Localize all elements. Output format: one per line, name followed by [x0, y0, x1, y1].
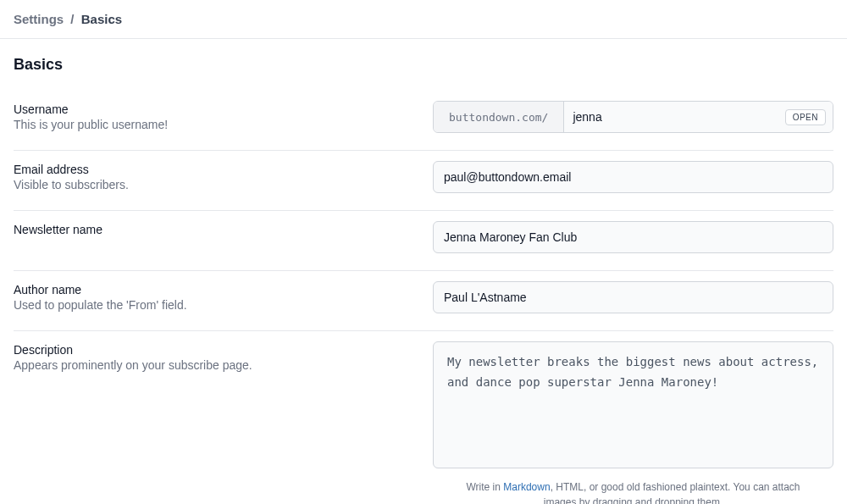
newsletter-name-label: Newsletter name: [14, 223, 433, 236]
username-input-group: buttondown.com/ OPEN: [433, 101, 833, 133]
field-email: Email address Visible to subscribers.: [14, 151, 833, 211]
field-author-input-col: [433, 281, 833, 313]
description-textarea[interactable]: My newsletter breaks the biggest news ab…: [433, 341, 833, 468]
field-username: Username This is your public username! b…: [14, 91, 833, 151]
field-email-input-col: [433, 161, 833, 193]
field-description: Description Appears prominently on your …: [14, 331, 833, 504]
description-help: Appears prominently on your subscribe pa…: [14, 358, 433, 372]
username-suffix: OPEN: [778, 102, 833, 132]
email-label: Email address: [14, 163, 433, 176]
field-description-labels: Description Appears prominently on your …: [14, 341, 433, 372]
field-username-input-col: buttondown.com/ OPEN: [433, 101, 833, 133]
username-input[interactable]: [573, 110, 769, 124]
username-input-wrap: [564, 102, 778, 132]
description-hint-suffix: , HTML, or good old fashioned plaintext.…: [544, 481, 800, 504]
email-help: Visible to subscribers.: [14, 178, 433, 191]
author-name-label: Author name: [14, 283, 433, 296]
field-username-labels: Username This is your public username!: [14, 101, 433, 131]
author-name-input[interactable]: [433, 281, 833, 313]
field-email-labels: Email address Visible to subscribers.: [14, 161, 433, 191]
settings-content: Basics Username This is your public user…: [0, 39, 847, 504]
breadcrumb-parent[interactable]: Settings: [14, 12, 64, 26]
field-newsletter-input-col: [433, 221, 833, 253]
breadcrumb: Settings / Basics: [0, 0, 847, 39]
field-newsletter-name: Newsletter name: [14, 211, 833, 271]
description-hint: Write in Markdown, HTML, or good old fas…: [433, 479, 833, 504]
username-prefix: buttondown.com/: [434, 102, 564, 132]
description-label: Description: [14, 343, 433, 357]
field-author-labels: Author name Used to populate the 'From' …: [14, 281, 433, 312]
open-button[interactable]: OPEN: [785, 109, 826, 125]
username-label: Username: [14, 102, 433, 116]
email-input[interactable]: [433, 161, 833, 193]
breadcrumb-current: Basics: [81, 12, 122, 26]
description-hint-prefix: Write in: [466, 481, 503, 493]
markdown-link[interactable]: Markdown: [503, 481, 550, 493]
page-title: Basics: [14, 56, 833, 74]
field-newsletter-labels: Newsletter name: [14, 221, 433, 238]
username-help: This is your public username!: [14, 118, 433, 131]
breadcrumb-separator: /: [70, 12, 74, 26]
newsletter-name-input[interactable]: [433, 221, 833, 253]
field-description-input-col: My newsletter breaks the biggest news ab…: [433, 341, 833, 504]
field-author-name: Author name Used to populate the 'From' …: [14, 271, 833, 331]
author-name-help: Used to populate the 'From' field.: [14, 298, 433, 312]
